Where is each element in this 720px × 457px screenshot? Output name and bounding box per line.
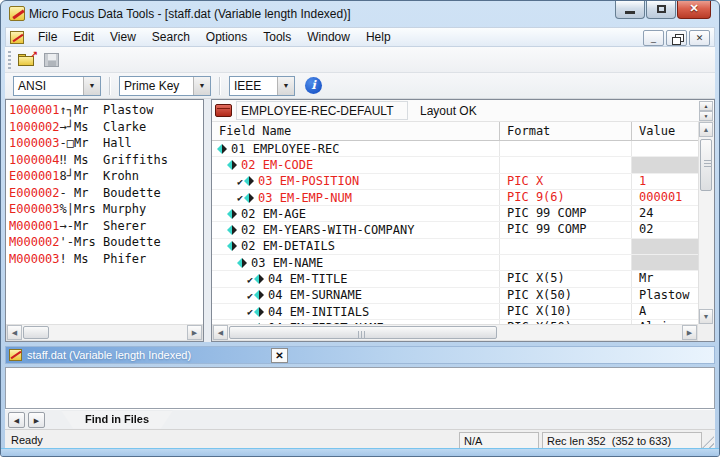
record-text: Mrs Murphy — [74, 202, 146, 216]
record-list: 1000001↑┐Mr Plastow1000002→┘Ms Clarke100… — [9, 102, 202, 323]
record-list-panel[interactable]: 1000001↑┐Mr Plastow1000002→┘Ms Clarke100… — [5, 99, 204, 342]
table-row[interactable]: ✔03 EM-EMP-NUMPIC 9(6)000001 — [212, 190, 698, 206]
open-file-label: staff.dat (Variable length Indexed) — [27, 349, 191, 361]
menu-file[interactable]: File — [30, 28, 65, 46]
key-combo-value: Prime Key — [120, 79, 193, 93]
info-icon[interactable]: i — [305, 77, 322, 94]
record-row[interactable]: M000002'-Mrs Boudette — [9, 234, 202, 251]
menu-help[interactable]: Help — [358, 28, 399, 46]
layout-name-box[interactable]: EMPLOYEE-REC-DEFAULT — [236, 101, 408, 120]
window-title: Micro Focus Data Tools - [staff.dat (Var… — [29, 7, 351, 21]
table-row[interactable]: 03 EM-NAME — [212, 255, 698, 271]
open-file-bar[interactable]: staff.dat (Variable length Indexed) ✕ — [5, 346, 715, 364]
format-cell: PIC X(50) — [500, 288, 632, 303]
spinner-up-icon[interactable]: ▲ — [699, 101, 713, 111]
record-row[interactable]: E0000018┘Mr Krohn — [9, 168, 202, 185]
field-gem-icon — [227, 209, 237, 219]
tab-find-in-files[interactable]: Find in Files — [61, 411, 173, 429]
menu-window[interactable]: Window — [299, 28, 358, 46]
value-cell — [632, 239, 698, 254]
mdi-minimize-button[interactable]: _ — [643, 30, 664, 46]
close-file-button[interactable]: ✕ — [271, 348, 288, 363]
open-file-button[interactable]: ↗ — [15, 49, 39, 71]
file-icon — [9, 349, 22, 361]
close-button[interactable]: ✕ — [677, 1, 711, 19]
table-row[interactable]: 02 EM-AGEPIC 99 COMP24 — [212, 206, 698, 222]
chevron-down-icon[interactable]: ▼ — [277, 77, 294, 95]
record-bytes: ! — [60, 252, 74, 266]
scroll-left-icon[interactable]: ◀ — [213, 325, 228, 340]
minimize-button[interactable] — [615, 1, 645, 19]
toolbar-grip[interactable] — [8, 51, 11, 69]
table-row[interactable]: ✔04 EM-TITLEPIC X(5)Mr — [212, 271, 698, 287]
menu-edit[interactable]: Edit — [65, 28, 102, 46]
record-bytes: %| — [60, 202, 74, 216]
format-cell — [500, 157, 632, 172]
mdi-restore-button[interactable] — [666, 30, 687, 46]
table-row[interactable]: ✔03 EM-POSITIONPIC X1 — [212, 174, 698, 190]
tab-scroll-left-icon[interactable]: ◀ — [8, 412, 25, 428]
record-row[interactable]: 1000002→┘Ms Clarke — [9, 119, 202, 136]
scroll-down-icon[interactable]: ▼ — [699, 309, 713, 324]
table-row[interactable]: 02 EM-CODE — [212, 157, 698, 173]
close-icon: ✕ — [678, 2, 710, 15]
toolbar-separator — [219, 77, 221, 95]
table-row[interactable]: ✔04 EM-SURNAMEPIC X(50)Plastow — [212, 288, 698, 304]
table-hscrollbar[interactable]: ◀ ▶ — [212, 324, 698, 341]
table-row[interactable]: 01 EMPLOYEE-REC — [212, 141, 698, 157]
format-cell: PIC 99 COMP — [500, 222, 632, 237]
options-toolbar: ANSI▼Prime Key▼IEEE▼ i — [5, 73, 715, 99]
field-name-cell: 02 EM-DETAILS — [212, 239, 500, 254]
column-format[interactable]: Format — [500, 122, 632, 140]
menu-options[interactable]: Options — [198, 28, 255, 46]
tab-scroll-right-icon[interactable]: ▶ — [28, 412, 45, 428]
record-id: M000002 — [9, 235, 60, 249]
chevron-down-icon[interactable]: ▼ — [83, 77, 100, 95]
spinner-down-icon[interactable]: ▼ — [699, 111, 713, 121]
maximize-button[interactable] — [646, 1, 676, 19]
menu-view[interactable]: View — [102, 28, 144, 46]
format-cell — [500, 141, 632, 156]
record-row[interactable]: M000001→-Mr Sherer — [9, 218, 202, 235]
table-row[interactable]: 02 EM-DETAILS — [212, 239, 698, 255]
hscroll-thumb[interactable] — [229, 326, 497, 339]
scroll-right-icon[interactable]: ▶ — [187, 325, 202, 340]
field-name-cell: 02 EM-YEARS-WITH-COMPANY — [212, 222, 500, 237]
title-bar[interactable]: Micro Focus Data Tools - [staff.dat (Var… — [1, 1, 719, 27]
record-bytes: -□ — [60, 136, 74, 150]
column-field-name[interactable]: Field Name — [212, 122, 500, 140]
record-text: Mr Krohn — [74, 169, 139, 183]
scroll-up-icon[interactable]: ▲ — [699, 122, 713, 137]
save-button[interactable] — [39, 49, 63, 71]
float-format-combo[interactable]: IEEE▼ — [229, 76, 295, 96]
key-combo[interactable]: Prime Key▼ — [119, 76, 211, 96]
record-list-hscrollbar[interactable]: ◀ ▶ — [6, 324, 203, 341]
table-vscrollbar[interactable]: ▲ ▼ — [698, 122, 714, 324]
record-bytes: ‼ — [60, 153, 74, 167]
check-icon: ✔ — [247, 306, 253, 317]
field-gem-icon — [217, 144, 227, 154]
record-row[interactable]: 1000001↑┐Mr Plastow — [9, 102, 202, 119]
record-row[interactable]: E000003%|Mrs Murphy — [9, 201, 202, 218]
column-value[interactable]: Value — [632, 122, 698, 140]
menu-search[interactable]: Search — [144, 28, 198, 46]
field-name: 02 EM-YEARS-WITH-COMPANY — [241, 223, 414, 237]
record-row[interactable]: 1000003-□Mr Hall — [9, 135, 202, 152]
menu-tools[interactable]: Tools — [255, 28, 299, 46]
record-row[interactable]: E000002- Mr Boudette — [9, 185, 202, 202]
codeset-combo[interactable]: ANSI▼ — [13, 76, 101, 96]
record-bytes: '- — [60, 235, 74, 249]
document-app-icon[interactable] — [10, 31, 24, 44]
table-row[interactable]: ✔04 EM-INITIALSPIC X(10)A — [212, 304, 698, 320]
table-row[interactable]: 02 EM-YEARS-WITH-COMPANYPIC 99 COMP02 — [212, 222, 698, 238]
hscroll-thumb[interactable] — [23, 326, 49, 339]
record-id: 1000003 — [9, 136, 60, 150]
chevron-down-icon[interactable]: ▼ — [193, 77, 210, 95]
scroll-left-icon[interactable]: ◀ — [7, 325, 22, 340]
record-row[interactable]: M000003! Ms Phifer — [9, 251, 202, 268]
record-row[interactable]: 1000004‼ Ms Griffiths — [9, 152, 202, 169]
scroll-right-icon[interactable]: ▶ — [682, 325, 697, 340]
vscroll-thumb[interactable] — [700, 139, 712, 191]
find-results-panel[interactable] — [5, 367, 715, 409]
mdi-close-button[interactable]: ✕ — [689, 30, 710, 46]
